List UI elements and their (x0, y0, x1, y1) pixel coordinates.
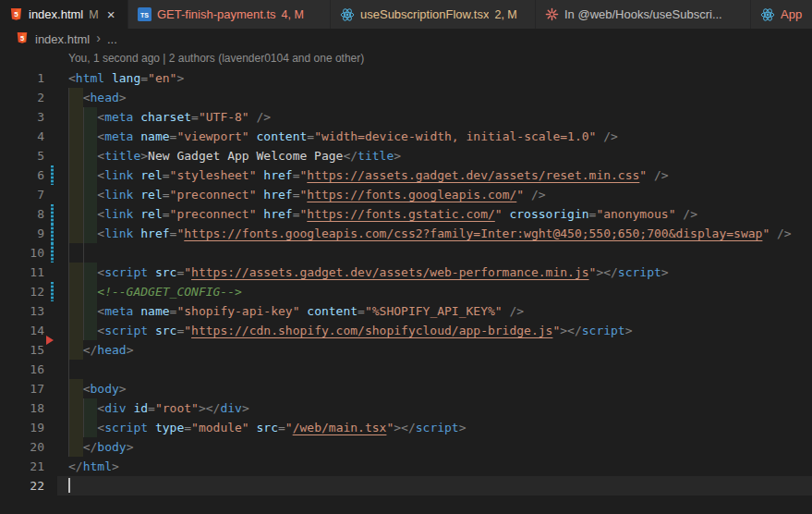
line-number[interactable]: 3 (0, 107, 44, 127)
chevron-right-icon: › (96, 31, 101, 45)
line-number[interactable]: 20 (0, 437, 44, 457)
tab-usesubscriptionflow-tsx[interactable]: useSubscriptionFlow.tsx2, M (331, 0, 536, 29)
line-number[interactable]: 4 (0, 127, 44, 146)
line-number[interactable]: 14 (0, 321, 44, 340)
tab-label: GET-finish-payment.ts (157, 7, 276, 21)
code-line-15[interactable]: 15 </head> (0, 340, 812, 360)
code-line-10[interactable]: 10 (0, 243, 812, 263)
line-number[interactable]: 6 (0, 165, 44, 185)
code-line-text[interactable]: <body> (68, 379, 127, 398)
tab-in-web-hooks-usesubscri[interactable]: In @web/Hooks/useSubscri... (536, 0, 751, 29)
code-line-13[interactable]: 13 <meta name="shopify-api-key" content=… (0, 301, 812, 321)
code-line-text[interactable] (68, 476, 70, 496)
line-number[interactable]: 21 (0, 457, 44, 476)
code-line-1[interactable]: 1<html lang="en"> (0, 68, 812, 88)
code-line-18[interactable]: 18 <div id="root"></div> (0, 398, 812, 418)
line-number[interactable]: 19 (0, 418, 44, 437)
code-line-text[interactable]: </html> (68, 457, 119, 476)
line-number[interactable]: 11 (0, 263, 44, 282)
tab-app-ts[interactable]: App.ts (751, 0, 812, 29)
line-number[interactable]: 22 (0, 476, 44, 496)
code-line-text[interactable]: </head> (68, 340, 133, 360)
line-number[interactable]: 13 (0, 301, 44, 321)
svg-text:TS: TS (140, 12, 149, 18)
git-modified-gutter-icon[interactable] (51, 204, 54, 224)
code-line-17[interactable]: 17 <body> (0, 379, 812, 398)
code-line-text[interactable]: </body> (68, 437, 133, 457)
code-line-text[interactable]: <link rel="preconnect" href="https://fon… (68, 204, 697, 224)
code-line-text[interactable]: <head> (68, 88, 127, 107)
code-line-text[interactable]: <link rel="stylesheet" href="https://ass… (68, 165, 669, 185)
code-line-4[interactable]: 4 <meta name="viewport" content="width=d… (0, 127, 812, 146)
indent-guide (68, 360, 69, 379)
git-deleted-gutter-icon[interactable] (46, 336, 54, 345)
code-line-text[interactable]: <meta name="viewport" content="width=dev… (68, 127, 618, 146)
code-line-7[interactable]: 7 <link rel="preconnect" href="https://f… (0, 185, 812, 204)
tab-index-html[interactable]: 5index.htmlM× (0, 0, 128, 29)
code-line-8[interactable]: 8 <link rel="preconnect" href="https://f… (0, 204, 812, 224)
code-line-22[interactable]: 22 (0, 476, 812, 496)
code-line-12[interactable]: 12 <!--GADGET_CONFIG--> (0, 282, 812, 301)
code-line-text[interactable]: <link rel="preconnect" href="https://fon… (68, 185, 546, 204)
code-line-11[interactable]: 11 <script src="https://assets.gadget.de… (0, 263, 812, 282)
close-icon[interactable]: × (107, 7, 115, 21)
line-number[interactable]: 8 (0, 204, 44, 224)
code-line-text[interactable]: <!--GADGET_CONFIG--> (68, 282, 242, 301)
code-line-20[interactable]: 20 </body> (0, 437, 812, 457)
code-line-text[interactable]: <script src="https://cdn.shopify.com/sho… (68, 321, 633, 340)
line-number[interactable]: 7 (0, 185, 44, 204)
html5-icon: 5 (16, 31, 29, 47)
blame-annotation-row: You, 1 second ago | 2 authors (lavender0… (0, 49, 812, 68)
line-number[interactable]: 5 (0, 146, 44, 165)
react-icon (760, 7, 775, 22)
breadcrumb: 5 index.html › ... (0, 29, 812, 49)
code-line-3[interactable]: 3 <meta charset="UTF-8" /> (0, 107, 812, 127)
breadcrumb-symbol-ellipsis[interactable]: ... (107, 32, 117, 46)
typescript-icon: TS (138, 7, 151, 21)
line-number[interactable]: 9 (0, 224, 44, 243)
code-line-14[interactable]: 14 <script src="https://cdn.shopify.com/… (0, 321, 812, 340)
code-line-text[interactable]: <html lang="en"> (68, 68, 184, 88)
code-line-text[interactable]: <script src="https://assets.gadget.dev/a… (68, 263, 669, 282)
code-line-2[interactable]: 2 <head> (0, 88, 812, 107)
code-line-text[interactable]: <title>New Gadget App Welcome Page</titl… (68, 146, 401, 165)
blame-annotation[interactable]: You, 1 second ago | 2 authors (lavender0… (68, 49, 364, 68)
git-modified-gutter-icon[interactable] (51, 224, 54, 243)
code-line-5[interactable]: 5 <title>New Gadget App Welcome Page</ti… (0, 146, 812, 165)
code-line-text[interactable]: <div id="root"></div> (68, 398, 249, 418)
code-line-text[interactable]: <script type="module" src="/web/main.tsx… (68, 418, 467, 437)
code-line-21[interactable]: 21</html> (0, 457, 812, 476)
indent-guide (68, 243, 69, 263)
code-line-text[interactable]: <link href="https://fonts.googleapis.com… (68, 224, 792, 243)
line-number[interactable]: 10 (0, 243, 44, 263)
svg-text:5: 5 (14, 10, 18, 18)
current-line-highlight (57, 476, 812, 496)
line-number[interactable]: 2 (0, 88, 44, 107)
tab-decoration-badge: 2, M (494, 8, 516, 21)
code-line-16[interactable]: 16 (0, 360, 812, 379)
code-line-6[interactable]: 6 <link rel="stylesheet" href="https://a… (0, 165, 812, 185)
git-modified-gutter-icon[interactable] (51, 165, 54, 185)
code-line-text[interactable]: <meta charset="UTF-8" /> (68, 107, 271, 127)
line-number[interactable]: 17 (0, 379, 44, 398)
breadcrumb-file[interactable]: index.html (35, 32, 90, 46)
search-editor-icon (545, 7, 559, 21)
html5-icon: 5 (9, 7, 23, 21)
line-number[interactable]: 18 (0, 398, 44, 418)
code-line-9[interactable]: 9 <link href="https://fonts.googleapis.c… (0, 224, 812, 243)
line-number[interactable]: 16 (0, 360, 44, 379)
tab-label: App.ts (781, 7, 803, 21)
indent-guide (83, 243, 84, 263)
line-number[interactable]: 15 (0, 340, 44, 360)
git-modified-gutter-icon[interactable] (51, 243, 54, 263)
text-cursor (68, 478, 70, 493)
code-line-19[interactable]: 19 <script type="module" src="/web/main.… (0, 418, 812, 437)
line-number[interactable]: 1 (0, 68, 44, 88)
react-icon (340, 7, 355, 22)
tab-get-finish-payment-ts[interactable]: TSGET-finish-payment.ts4, M (128, 0, 331, 29)
line-number[interactable]: 12 (0, 282, 44, 301)
code-line-text[interactable]: <meta name="shopify-api-key" content="%S… (68, 301, 524, 321)
git-modified-gutter-icon[interactable] (51, 282, 54, 301)
code-editor[interactable]: You, 1 second ago | 2 authors (lavender0… (0, 49, 812, 496)
tab-decoration-badge: M (89, 8, 98, 21)
